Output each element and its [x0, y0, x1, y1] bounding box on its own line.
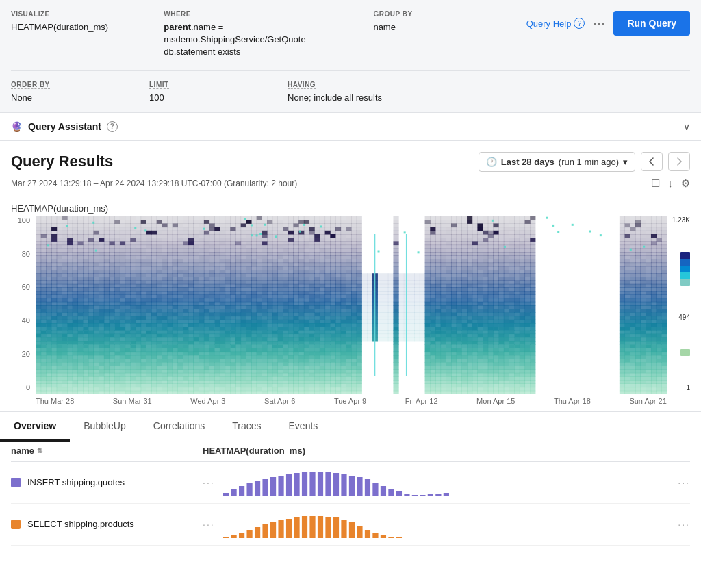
order-by-value: None [11, 92, 138, 104]
row-color-swatch-2 [11, 520, 21, 529]
query-assistant-bar[interactable]: 🔮 Query Assistant ? ∨ [0, 113, 701, 141]
tab-traces[interactable]: Traces [218, 412, 275, 442]
row-name-2: SELECT shipping.products [27, 519, 203, 529]
limit-label: LIMIT [149, 81, 169, 89]
y-label-60: 60 [11, 283, 30, 291]
table-row: INSERT shipping.quotes ··· [11, 462, 690, 504]
having-label: HAVING [288, 81, 316, 89]
svg-rect-19 [372, 483, 378, 496]
y-label-100: 100 [11, 216, 30, 225]
heatmap-legend: 1.23K 494 1 [667, 216, 690, 405]
svg-rect-0 [223, 493, 229, 496]
x-label-4: Tue Apr 9 [334, 397, 366, 405]
left-arrow-icon [647, 157, 657, 166]
svg-rect-12 [318, 472, 323, 496]
svg-rect-38 [294, 517, 299, 538]
svg-rect-48 [372, 533, 378, 538]
query-config-bar: VISUALIZE HEATMAP(duration_ms) WHERE par… [0, 0, 701, 113]
svg-rect-33 [255, 527, 260, 538]
x-label-0: Thu Mar 28 [36, 397, 74, 405]
svg-rect-45 [349, 522, 355, 538]
legend-max: 1.23K [672, 216, 690, 224]
query-help-link[interactable]: Query Help ? [526, 18, 585, 29]
legend-mid: 494 [678, 314, 690, 321]
having-section: HAVING None; include all results [288, 79, 542, 104]
svg-rect-13 [325, 472, 331, 496]
download-icon[interactable]: ↓ [668, 177, 674, 189]
table-section: name ⇅ HEATMAP(duration_ms) INSERT shipp… [0, 440, 701, 546]
svg-rect-23 [404, 494, 409, 496]
chevron-down-icon: ∨ [683, 121, 690, 132]
sparkline-1 [223, 469, 673, 496]
svg-rect-9 [294, 473, 299, 496]
heatmap-main: Thu Mar 28 Sun Mar 31 Wed Apr 3 Sat Apr … [36, 216, 667, 405]
x-label-2: Wed Apr 3 [190, 397, 225, 405]
svg-rect-5 [262, 479, 268, 496]
svg-rect-29 [223, 537, 229, 538]
row-actions-2[interactable]: ··· [203, 519, 215, 530]
sort-icon[interactable]: ⇅ [37, 447, 42, 455]
order-by-section: ORDER BY None [11, 79, 138, 104]
x-axis: Thu Mar 28 Sun Mar 31 Wed Apr 3 Sat Apr … [36, 397, 667, 405]
forward-arrow-button[interactable] [668, 152, 690, 171]
svg-rect-40 [309, 516, 315, 538]
query-assistant-left: 🔮 Query Assistant ? [11, 121, 118, 132]
time-selector: 🕐 Last 28 days (run 1 min ago) ▾ [479, 152, 690, 172]
results-header: Query Results 🕐 Last 28 days (run 1 min … [11, 152, 690, 172]
tabs-row: Overview BubbleUp Correlations Traces Ev… [0, 411, 701, 440]
y-label-20: 20 [11, 350, 30, 358]
legend-color-1 [680, 252, 690, 259]
help-circle-icon: ? [574, 18, 585, 29]
legend-color-4 [680, 272, 690, 279]
comment-icon[interactable]: ☐ [651, 177, 660, 190]
order-by-label: ORDER BY [11, 81, 50, 89]
row-actions-1[interactable]: ··· [203, 477, 215, 488]
query-second-row: ORDER BY None LIMIT 100 HAVING None; inc… [11, 70, 690, 104]
visualize-label: VISUALIZE [11, 10, 50, 18]
svg-rect-50 [388, 537, 394, 538]
row-end-actions-1[interactable]: ··· [678, 477, 690, 488]
dropdown-arrow-icon: ▾ [623, 157, 628, 167]
svg-rect-16 [349, 476, 355, 496]
svg-rect-3 [246, 483, 252, 496]
where-label: WHERE [164, 10, 191, 18]
legend-color-5 [680, 279, 690, 286]
back-arrow-button[interactable] [641, 152, 663, 171]
svg-rect-20 [381, 486, 386, 496]
run-query-button[interactable]: Run Query [613, 11, 690, 36]
svg-rect-49 [381, 535, 386, 538]
tab-overview[interactable]: Overview [0, 412, 70, 442]
where-line3: db.statement exists [164, 47, 240, 57]
settings-icon[interactable]: ⚙ [681, 177, 690, 190]
row-name-1: INSERT shipping.quotes [27, 477, 203, 487]
svg-rect-46 [357, 526, 362, 538]
where-value: parent.name = msdemo.ShippingService/Get… [164, 21, 362, 59]
svg-rect-15 [341, 474, 346, 496]
heatmap-canvas [36, 216, 667, 394]
svg-rect-26 [427, 494, 433, 496]
tab-correlations[interactable]: Correlations [140, 412, 218, 442]
svg-rect-27 [435, 494, 441, 496]
where-line2: msdemo.ShippingService/GetQuote [164, 34, 305, 44]
query-assistant-label: Query Assistant [28, 121, 101, 132]
chart-container: HEATMAP(duration_ms) 100 80 60 40 20 0 T… [11, 203, 690, 405]
svg-rect-41 [318, 516, 323, 538]
x-label-5: Fri Apr 12 [405, 397, 438, 405]
tab-events[interactable]: Events [275, 412, 332, 442]
svg-rect-7 [278, 476, 283, 496]
legend-min: 1 [686, 384, 690, 392]
group-by-value: name [373, 21, 515, 34]
date-range-text: Mar 27 2024 13:29:18 – Apr 24 2024 13:29… [11, 179, 297, 188]
more-options-icon[interactable]: ··· [593, 16, 605, 31]
legend-color-2 [680, 259, 690, 266]
svg-rect-51 [396, 537, 401, 538]
time-range-button[interactable]: 🕐 Last 28 days (run 1 min ago) ▾ [479, 152, 635, 172]
svg-rect-37 [286, 519, 292, 538]
row-end-actions-2[interactable]: ··· [678, 519, 690, 530]
where-bold: parent [164, 22, 191, 32]
col-name-label: name [11, 446, 34, 456]
limit-value: 100 [149, 92, 277, 104]
assistant-help-icon: ? [107, 121, 118, 132]
svg-rect-32 [246, 530, 252, 538]
tab-bubbleup[interactable]: BubbleUp [70, 412, 140, 442]
